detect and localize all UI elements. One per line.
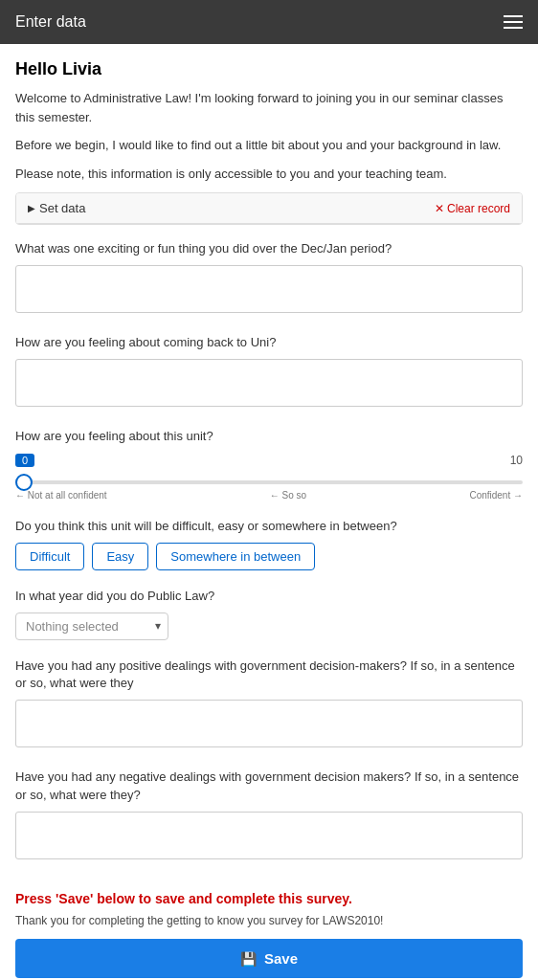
set-data-header[interactable]: ▶ Set data ✕ Clear record — [16, 193, 522, 224]
clear-record-label: Clear record — [447, 202, 510, 215]
save-thank-you: Thank you for completing the getting to … — [15, 914, 523, 927]
question-2-label: How are you feeling about coming back to… — [15, 334, 523, 351]
year-select-wrapper: Nothing selected 2019 2020 2021 2022 202… — [15, 612, 168, 640]
set-data-section: ▶ Set data ✕ Clear record — [15, 192, 523, 225]
slider-current-value: 0 — [15, 454, 34, 467]
question-6-block: Have you had any positive dealings with … — [15, 657, 523, 751]
set-data-label: Set data — [39, 201, 85, 215]
save-prompt: Press 'Save' below to save and complete … — [15, 890, 523, 909]
slider-label-right: Confident → — [469, 490, 523, 501]
question-1-block: What was one exciting or fun thing you d… — [15, 240, 523, 317]
question-7-input[interactable] — [15, 812, 523, 859]
question-3-block: How are you feeling about this unit? 0 1… — [15, 428, 523, 500]
header: Enter data — [0, 0, 538, 44]
intro-line-1: Welcome to Administrative Law! I'm looki… — [15, 89, 523, 126]
slider-axis-labels: ← Not at all confident ← So so Confident… — [15, 490, 523, 501]
app-container: Enter data Hello Livia Welcome to Admini… — [0, 0, 538, 980]
question-4-block: Do you think this unit will be difficult… — [15, 518, 523, 570]
question-7-block: Have you had any negative dealings with … — [15, 768, 523, 862]
question-6-input[interactable] — [15, 700, 523, 747]
difficult-button[interactable]: Difficult — [15, 543, 84, 570]
question-5-block: In what year did you do Public Law? Noth… — [15, 588, 523, 640]
clear-record-button[interactable]: ✕ Clear record — [435, 202, 510, 215]
feeling-slider[interactable] — [15, 480, 523, 484]
question-7-label: Have you had any negative dealings with … — [15, 768, 523, 803]
question-5-label: In what year did you do Public Law? — [15, 588, 523, 605]
slider-max-value: 10 — [510, 454, 523, 467]
intro-line-3: Please note, this information is only ac… — [15, 165, 523, 184]
slider-label-center: ← So so — [270, 490, 306, 501]
save-button[interactable]: 💾 Save — [15, 939, 523, 978]
question-1-label: What was one exciting or fun thing you d… — [15, 240, 523, 257]
year-select[interactable]: Nothing selected 2019 2020 2021 2022 202… — [15, 612, 168, 640]
question-4-label: Do you think this unit will be difficult… — [15, 518, 523, 535]
question-6-label: Have you had any positive dealings with … — [15, 657, 523, 692]
somewhere-in-between-button[interactable]: Somewhere in between — [156, 543, 315, 570]
easy-button[interactable]: Easy — [92, 543, 148, 570]
question-2-block: How are you feeling about coming back to… — [15, 334, 523, 411]
question-1-input[interactable] — [15, 265, 523, 313]
save-button-label: Save — [264, 950, 298, 967]
hamburger-menu-icon[interactable] — [504, 15, 523, 29]
slider-label-left: ← Not at all confident — [15, 490, 107, 501]
save-icon: 💾 — [240, 951, 257, 967]
greeting: Hello Livia — [15, 59, 523, 79]
main-content: Hello Livia Welcome to Administrative La… — [0, 44, 538, 980]
x-icon: ✕ — [435, 202, 444, 215]
question-3-label: How are you feeling about this unit? — [15, 428, 523, 445]
chevron-right-icon: ▶ — [28, 203, 35, 213]
header-title: Enter data — [15, 13, 86, 31]
slider-top-labels: 0 10 — [15, 454, 523, 467]
difficulty-button-group: Difficult Easy Somewhere in between — [15, 543, 523, 570]
intro-line-2: Before we begin, I would like to find ou… — [15, 136, 523, 155]
set-data-toggle[interactable]: ▶ Set data — [28, 201, 85, 215]
save-section: Press 'Save' below to save and complete … — [15, 880, 523, 979]
question-2-input[interactable] — [15, 359, 523, 407]
